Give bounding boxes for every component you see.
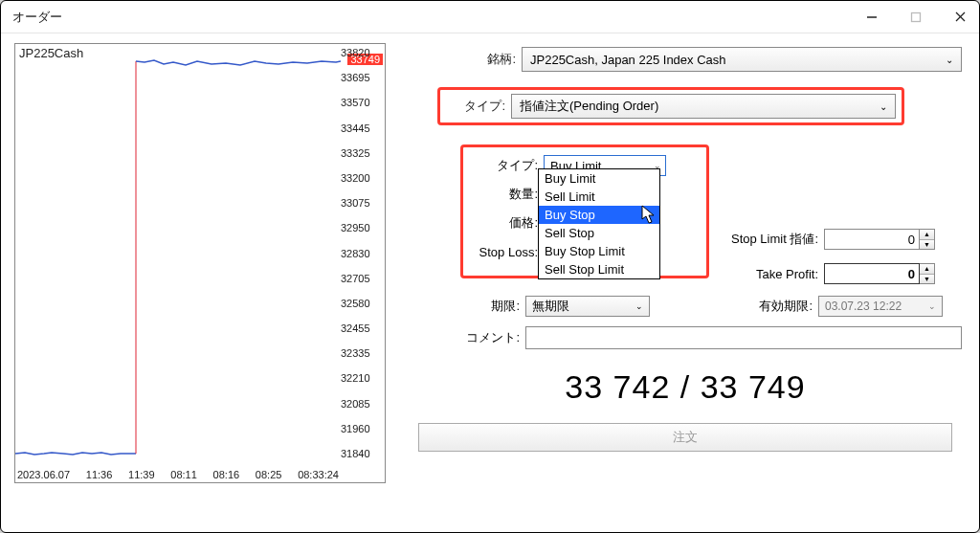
- order-type-value: 指値注文(Pending Order): [520, 98, 658, 115]
- sub-type-label: タイプ:: [469, 157, 538, 174]
- form-panel: 銘柄: JP225Cash, Japan 225 Index Cash ⌄ タイ…: [399, 43, 966, 519]
- takeprofit-label: Take Profit:: [703, 267, 818, 281]
- y-tick: 33820: [341, 48, 383, 58]
- order-type-select[interactable]: 指値注文(Pending Order) ⌄: [511, 94, 896, 119]
- chevron-down-icon: ⌄: [880, 101, 887, 112]
- x-axis: 2023.06.0711:3611:3908:1108:1608:2508:33…: [17, 469, 339, 480]
- chevron-up-icon[interactable]: ▲: [920, 230, 934, 240]
- y-tick: 33075: [341, 198, 383, 209]
- y-tick: 32210: [341, 373, 383, 384]
- comment-label: コメント:: [460, 329, 520, 346]
- expiry-select[interactable]: 無期限⌄: [525, 296, 650, 317]
- chart-panel: JP225Cash 33749 338203369533570334453332…: [14, 43, 386, 483]
- x-tick: 11:39: [128, 469, 155, 480]
- place-order-button[interactable]: 注文: [418, 423, 952, 452]
- expiry-label: 期限:: [460, 298, 520, 315]
- y-tick: 33445: [341, 123, 383, 134]
- x-tick: 08:25: [256, 469, 282, 480]
- window-controls: [864, 10, 968, 25]
- takeprofit-spinner[interactable]: ▲▼: [920, 263, 935, 284]
- chevron-down-icon[interactable]: ▼: [920, 275, 934, 284]
- comment-input[interactable]: [525, 326, 962, 349]
- y-tick: 32830: [341, 249, 383, 259]
- y-tick: 33200: [341, 173, 383, 184]
- chevron-up-icon[interactable]: ▲: [920, 264, 934, 275]
- chevron-down-icon[interactable]: ▼: [920, 240, 934, 250]
- valid-label: 有効期限:: [650, 298, 813, 315]
- y-tick: 31960: [341, 424, 383, 434]
- dropdown-option[interactable]: Sell Stop Limit: [539, 260, 659, 278]
- x-tick: 11:36: [86, 469, 113, 480]
- svg-rect-1: [912, 12, 921, 21]
- symbol-label: 銘柄:: [457, 51, 516, 68]
- y-axis: 3382033695335703344533325332003307532950…: [341, 44, 383, 463]
- y-tick: 32580: [341, 299, 383, 309]
- content: JP225Cash 33749 338203369533570334453332…: [1, 33, 979, 532]
- price-label: 価格:: [469, 214, 538, 232]
- close-icon[interactable]: [952, 10, 968, 25]
- y-tick: 31840: [341, 449, 383, 459]
- takeprofit-input[interactable]: 0: [824, 263, 920, 284]
- symbol-value: JP225Cash, Japan 225 Index Cash: [530, 53, 726, 67]
- maximize-icon[interactable]: [908, 10, 924, 25]
- x-tick: 08:33:24: [298, 469, 339, 480]
- y-tick: 33695: [341, 73, 383, 83]
- y-tick: 32455: [341, 323, 383, 334]
- valid-date-field[interactable]: 03.07.23 12:22⌄: [818, 296, 943, 317]
- stoplimit-spinner[interactable]: ▲▼: [920, 229, 935, 250]
- stoplimit-input[interactable]: 0: [824, 229, 920, 250]
- x-tick: 08:16: [213, 469, 240, 480]
- pending-subform-highlight: タイプ: Buy Limit ⌄ 数量: 価格: Stop Loss: Buy …: [460, 144, 709, 278]
- stoploss-label: Stop Loss:: [469, 245, 538, 259]
- window-title: オーダー: [12, 9, 864, 26]
- type-highlight: タイプ: 指値注文(Pending Order) ⌄: [437, 87, 904, 125]
- y-tick: 32705: [341, 274, 383, 284]
- order-window: オーダー JP225Cash 33749 3382033695335703344…: [0, 0, 980, 533]
- y-tick: 32335: [341, 348, 383, 359]
- qty-label: 数量:: [469, 186, 538, 203]
- chevron-down-icon: ⌄: [928, 301, 936, 311]
- y-tick: 32950: [341, 223, 383, 233]
- dropdown-option[interactable]: Buy Stop Limit: [539, 242, 659, 260]
- x-tick: 2023.06.07: [17, 469, 70, 480]
- x-tick: 08:11: [170, 469, 197, 480]
- stoplimit-label: Stop Limit 指値:: [703, 231, 818, 248]
- y-tick: 33570: [341, 98, 383, 108]
- chevron-down-icon: ⌄: [635, 301, 643, 311]
- bid-ask-display: 33 742 / 33 749: [409, 368, 962, 406]
- y-tick: 33325: [341, 148, 383, 159]
- price-chart: [15, 44, 341, 465]
- type-label: タイプ:: [446, 98, 505, 115]
- minimize-icon[interactable]: [864, 10, 880, 25]
- y-tick: 32085: [341, 399, 383, 410]
- dropdown-option[interactable]: Sell Limit: [539, 188, 659, 206]
- symbol-select[interactable]: JP225Cash, Japan 225 Index Cash ⌄: [522, 47, 962, 72]
- dropdown-option[interactable]: Buy Limit: [539, 169, 659, 188]
- titlebar: オーダー: [1, 1, 979, 33]
- cursor-icon: [641, 205, 658, 226]
- dropdown-option[interactable]: Sell Stop: [539, 224, 659, 242]
- chevron-down-icon: ⌄: [946, 55, 953, 65]
